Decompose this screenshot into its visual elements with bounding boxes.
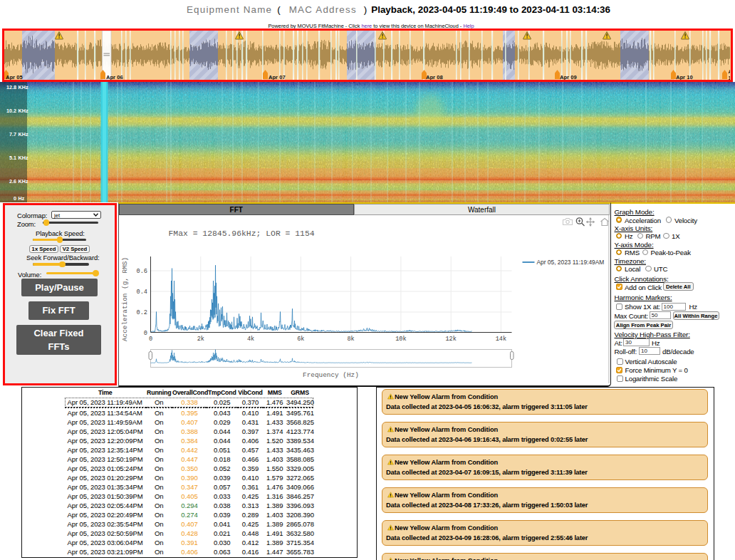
svg-text:11: 11 (729, 75, 731, 81)
svg-text:Apr 05: Apr 05 (6, 74, 23, 80)
svg-text:0.6: 0.6 (136, 268, 147, 275)
svg-text:8k: 8k (347, 336, 354, 343)
svg-text:KHz: KHz (19, 84, 28, 90)
svg-text:10.2: 10.2 (6, 108, 16, 114)
svg-text:0: 0 (148, 336, 152, 343)
svg-text:2.6: 2.6 (9, 177, 16, 184)
svg-text:0: 0 (14, 195, 16, 202)
svg-text:Apr 07: Apr 07 (269, 74, 286, 80)
svg-text:0.4: 0.4 (136, 289, 147, 296)
svg-text:12.8: 12.8 (6, 84, 16, 90)
svg-text:4k: 4k (246, 336, 254, 343)
svg-text:KHz: KHz (19, 108, 28, 114)
svg-text:0: 0 (143, 330, 147, 337)
svg-text:14k: 14k (495, 336, 506, 343)
svg-text:KHz: KHz (19, 154, 28, 160)
svg-text:Apr 05, 2023 11:19:49AM: Apr 05, 2023 11:19:49AM (536, 259, 604, 266)
svg-text:Acceleration (g, RMS): Acceleration (g, RMS) (120, 257, 128, 341)
svg-text:0.2: 0.2 (136, 309, 147, 316)
svg-text:12k: 12k (445, 336, 456, 343)
svg-text:Apr 09: Apr 09 (560, 74, 577, 80)
svg-text:Apr 10: Apr 10 (676, 74, 693, 80)
svg-text:Apr 08: Apr 08 (426, 74, 443, 80)
svg-text:10k: 10k (395, 336, 406, 343)
svg-text:KHz: KHz (19, 177, 28, 184)
svg-text:FMax = 12845.96kHz; LOR = 1154: FMax = 12845.96kHz; LOR = 1154 (168, 229, 314, 238)
svg-text:Hz: Hz (19, 195, 25, 202)
svg-text:KHz: KHz (19, 131, 28, 138)
svg-text:Apr 06: Apr 06 (106, 74, 123, 80)
svg-text:2k: 2k (197, 336, 204, 343)
svg-text:5.1: 5.1 (9, 154, 16, 160)
svg-text:Frequency (Hz): Frequency (Hz) (303, 371, 359, 379)
svg-text:7.7: 7.7 (9, 131, 16, 138)
svg-text:6k: 6k (297, 336, 304, 343)
